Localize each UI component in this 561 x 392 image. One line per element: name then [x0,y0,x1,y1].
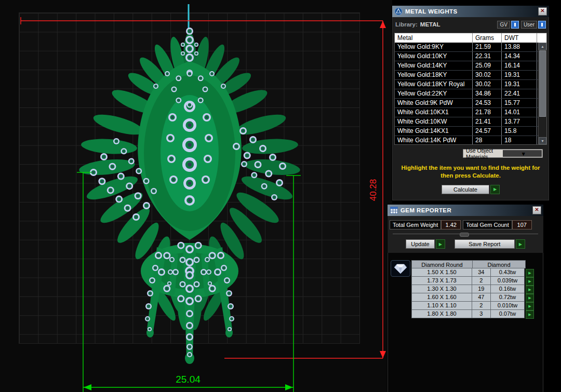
gem-row-go-icon[interactable]: ▶ [526,310,534,319]
gem-table-row[interactable]: 1.80 X 1.8030.07tw▶ [411,310,534,318]
metal-cell: 19.31 [502,71,537,79]
gem-cell: 2 [472,277,491,285]
divider-grip[interactable] [460,233,469,237]
save-report-go-icon[interactable]: ▶ [516,239,525,249]
metal-table-row[interactable]: Yellow Gold:18KY Royal30.0219.31 [395,80,546,89]
gem-row-go-icon[interactable]: ▶ [526,302,534,310]
metal-cell: White Gold:14KX1 [395,127,473,136]
gem-table-header: Diamond Round Diamond [411,260,534,268]
gem-cell: 0.010tw [491,302,525,310]
metal-cell: Yellow Gold:10KY [395,52,473,61]
metal-table-row[interactable]: White Gold:10KX121.7814.01 [395,108,546,117]
gem-row-go-icon[interactable]: ▶ [526,286,534,294]
total-gem-weight-label: Total Gem Weight [390,220,441,229]
gem-reporter-titlebar[interactable]: GEM REPORTER ✕ [388,205,543,216]
gem-table-body: 1.50 X 1.50340.43tw▶1.73 X 1.7320.039tw▶… [411,268,534,318]
gem-cell: 1.30 X 1.30 [411,285,472,293]
metal-cell: 21.78 [473,108,502,117]
metal-table-header: Metal Grams DWT [395,33,546,43]
metal-weights-titlebar[interactable]: METAL WEIGHTS ✕ [392,6,549,17]
metal-table-row[interactable]: White Gold:14K PdW2818 [395,136,546,144]
metal-cell: 14.34 [502,52,537,61]
metal-cell: 24.53 [473,99,502,107]
height-dimension-label: 40.28 [368,179,378,201]
gem-cell: 0.07tw [491,310,525,318]
gem-table-row[interactable]: 1.50 X 1.50340.43tw▶ [411,268,534,277]
metal-cell: 22.31 [473,52,502,61]
gem-cell: 47 [472,293,491,302]
metal-cell: 21.59 [473,43,502,51]
3d-viewport[interactable]: 40.28 25.04 [0,0,392,392]
gem-table-row[interactable]: 1.30 X 1.30190.16tw▶ [411,285,534,293]
gem-cell: 0.43tw [491,268,525,277]
metal-cell: 15.77 [502,99,537,107]
scroll-down-icon[interactable]: ▼ [539,137,546,144]
metal-cell: Yellow Gold:18KY [395,71,473,79]
total-gem-weight-value: 1.42 [441,220,461,229]
calculate-go-icon[interactable]: ▶ [490,185,500,194]
gem-row-go-icon[interactable]: ▶ [526,269,534,277]
metal-table-row[interactable]: White Gold:14KX124.5715.8 [395,127,546,136]
close-icon[interactable]: ✕ [538,7,547,16]
gv-toggle-icon[interactable] [511,21,519,29]
use-object-materials-label: Use Object Materials [463,147,503,160]
metal-table-row[interactable]: Yellow Gold:10KY22.3114.34 [395,52,546,61]
gem-reporter-app-icon [390,206,398,214]
metal-cell: 15.8 [502,127,537,136]
metal-table-row[interactable]: Yellow Gold:9KY21.5913.88 [395,43,546,52]
update-button[interactable]: Update [406,239,434,249]
panel-divider [393,234,538,237]
close-icon[interactable]: ✕ [532,206,541,214]
gem-table-row[interactable]: 1.60 X 1.60470.72tw▶ [411,293,534,302]
metal-cell: 13.77 [502,117,537,126]
total-gem-count-label: Total Gem Count [463,220,512,229]
pendant-scene: 40.28 25.04 [0,0,392,392]
gem-cell: 0.039tw [491,277,525,285]
column-header-diamond-round[interactable]: Diamond Round [411,260,473,268]
metal-weights-app-icon [394,7,403,16]
scroll-up-icon[interactable]: ▲ [539,43,546,50]
metal-cell: 19.31 [502,80,537,89]
user-toggle-icon[interactable] [538,21,546,29]
metal-cell: White Gold:14K PdW [395,136,473,144]
update-go-icon[interactable]: ▶ [436,239,445,249]
app-window: 40.28 25.04 METAL WEIGHTS ✕ [0,0,561,392]
column-header-metal[interactable]: Metal [395,33,473,43]
metal-cell: White Gold:10KW [395,117,473,126]
metal-table-row[interactable]: Yellow Gold:14KY25.0916.14 [395,61,546,71]
metal-cell: 21.41 [473,117,502,126]
gem-row-go-icon[interactable]: ▶ [526,277,534,286]
gem-table-row[interactable]: 1.10 X 1.1020.010tw▶ [411,302,534,310]
metal-table-row[interactable]: Yellow Gold:22KY34.8622.41 [395,89,546,99]
gem-cell: 1.10 X 1.10 [411,302,472,310]
column-header-grams[interactable]: Grams [473,33,502,43]
gem-cell: 1.60 X 1.60 [411,293,472,302]
gem-table-row[interactable]: 1.73 X 1.7320.039tw▶ [411,277,534,285]
gv-button[interactable]: GV [497,21,510,29]
gem-cell: 1.80 X 1.80 [411,310,472,318]
total-gem-count-value: 107 [512,220,532,229]
metal-cell: White Gold:9K PdW [395,99,473,107]
metal-table-row[interactable]: White Gold:10KW21.4113.77 [395,117,546,127]
gem-row-go-icon[interactable]: ▶ [526,294,534,302]
use-object-materials-dropdown[interactable]: Use Object Materials ▼ [463,149,543,158]
metal-table-scrollbar[interactable]: ▲ ▼ [538,43,546,144]
save-report-button[interactable]: Save Report [455,239,515,249]
column-header-dwt[interactable]: DWT [502,33,537,43]
column-header-diamond[interactable]: Diamond [473,260,526,268]
metal-cell: White Gold:10KX1 [395,108,473,117]
gem-table: Diamond Round Diamond 1.50 X 1.50340.43t… [411,260,534,318]
metal-cell: Yellow Gold:18KY Royal [395,80,473,89]
metal-weights-panel: METAL WEIGHTS ✕ Library: METAL GV User M… [392,5,550,201]
metal-table-row[interactable]: White Gold:9K PdW24.5315.77 [395,99,546,108]
metal-table-row[interactable]: Yellow Gold:18KY30.0219.31 [395,71,546,80]
user-button[interactable]: User [521,21,537,29]
gem-cell: 19 [472,285,491,293]
calculate-button[interactable]: Calculate [442,185,489,194]
library-value: METAL [420,21,496,28]
gem-cell: 0.72tw [491,293,525,302]
scrollbar-thumb[interactable] [539,50,546,117]
pendant-model [78,28,301,364]
gem-cell: 3 [472,310,491,318]
metal-cell: 25.09 [473,61,502,70]
